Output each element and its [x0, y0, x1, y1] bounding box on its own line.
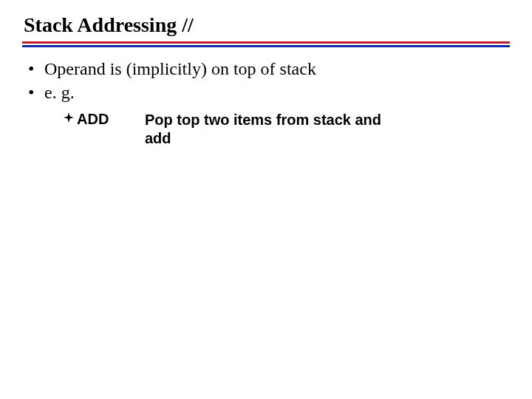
slide-body: Operand is (implicitly) on top of stack …	[22, 58, 510, 148]
mnemonic-text: ADD	[77, 111, 109, 128]
four-point-star-icon	[64, 112, 74, 123]
sub-bullet-left: ADD	[64, 111, 145, 128]
slide-title: Stack Addressing //	[24, 13, 510, 37]
divider-red	[22, 41, 510, 44]
bullet-list: Operand is (implicitly) on top of stack …	[22, 58, 510, 103]
bullet-text: Operand is (implicitly) on top of stack	[44, 59, 316, 78]
bullet-item: e. g.	[28, 81, 510, 103]
slide: Stack Addressing // Operand is (implicit…	[0, 0, 532, 399]
sub-bullet-description: Pop top two items from stack and add	[145, 111, 389, 148]
bullet-item: Operand is (implicitly) on top of stack	[28, 58, 510, 80]
svg-marker-0	[64, 112, 74, 123]
sub-bullet-row: ADD Pop top two items from stack and add	[22, 111, 510, 148]
divider-blue	[22, 45, 510, 47]
bullet-text: e. g.	[44, 83, 75, 102]
